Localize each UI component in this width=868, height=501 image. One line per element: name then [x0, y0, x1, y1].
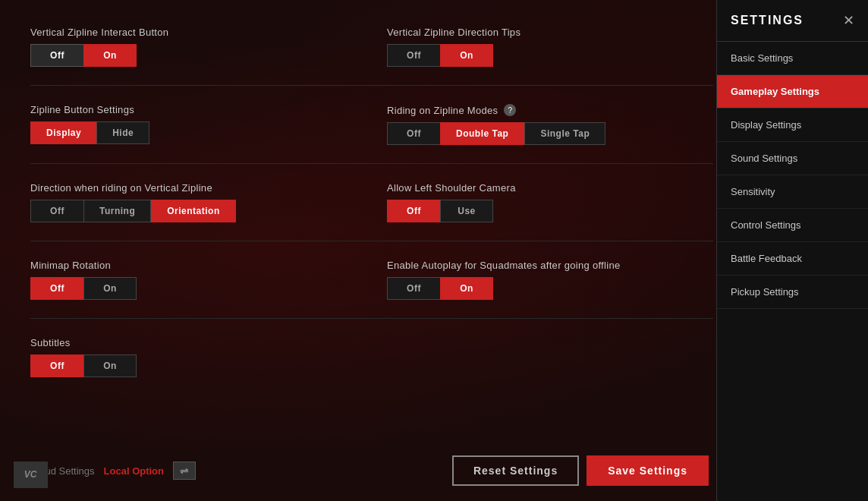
minimap-rotation-label: Minimap Rotation	[30, 260, 326, 271]
enable-autoplay-toggle: Off On	[387, 277, 683, 300]
sidebar-header: SETTINGS ✕	[717, 0, 868, 42]
enable-autoplay-off[interactable]: Off	[387, 277, 440, 300]
vertical-zipline-direction-off[interactable]: Off	[387, 44, 440, 67]
cloud-settings-area: Cloud Settings Local Option ⇌	[30, 462, 196, 480]
riding-zipline-help-icon[interactable]: ?	[504, 104, 516, 116]
vertical-zipline-interact-label: Vertical Zipline Interact Button	[30, 27, 326, 38]
subtitles-on[interactable]: On	[83, 354, 137, 377]
setting-subtitles: Subtitles Off On	[30, 337, 326, 377]
setting-enable-autoplay: Enable Autoplay for Squadmates after goi…	[387, 260, 683, 300]
vertical-zipline-direction-label: Vertical Zipline Direction Tips	[387, 27, 683, 38]
direction-vertical-off[interactable]: Off	[30, 200, 83, 222]
local-option-label[interactable]: Local Option	[104, 465, 164, 477]
vertical-zipline-direction-toggle: Off On	[387, 44, 683, 67]
enable-autoplay-on[interactable]: On	[440, 277, 493, 300]
direction-vertical-orientation[interactable]: Orientation	[151, 200, 236, 222]
direction-vertical-toggle: Off Turning Orientation	[30, 200, 326, 222]
sync-icon[interactable]: ⇌	[173, 462, 196, 480]
minimap-rotation-on[interactable]: On	[83, 277, 137, 300]
vertical-zipline-interact-off[interactable]: Off	[30, 44, 83, 67]
setting-vertical-zipline-interact: Vertical Zipline Interact Button Off On	[30, 27, 326, 67]
sidebar-title: SETTINGS	[731, 14, 804, 27]
save-settings-button[interactable]: Save Settings	[587, 455, 709, 486]
riding-zipline-off[interactable]: Off	[387, 122, 440, 145]
vertical-zipline-direction-on[interactable]: On	[440, 44, 493, 67]
logo-text: VC	[14, 462, 48, 488]
sidebar-item-pickup-settings[interactable]: Pickup Settings	[717, 276, 868, 309]
sidebar-item-sensitivity[interactable]: Sensitivity	[717, 175, 868, 209]
setting-zipline-button: Zipline Button Settings Display Hide	[30, 104, 326, 145]
sidebar-item-sound-settings[interactable]: Sound Settings	[717, 142, 868, 175]
zipline-button-display[interactable]: Display	[30, 121, 96, 144]
riding-zipline-label: Riding on Zipline Modes ?	[387, 104, 683, 116]
riding-zipline-toggle: Off Double Tap Single Tap	[387, 122, 683, 145]
sidebar: SETTINGS ✕ Basic Settings Gameplay Setti…	[716, 0, 868, 501]
setting-riding-zipline-modes: Riding on Zipline Modes ? Off Double Tap…	[387, 104, 683, 145]
sidebar-item-control-settings[interactable]: Control Settings	[717, 209, 868, 242]
zipline-button-hide[interactable]: Hide	[96, 121, 149, 144]
direction-vertical-turning[interactable]: Turning	[83, 200, 151, 222]
subtitles-toggle: Off On	[30, 354, 326, 377]
left-shoulder-off[interactable]: Off	[387, 200, 440, 222]
sidebar-item-battle-feedback[interactable]: Battle Feedback	[717, 242, 868, 276]
minimap-rotation-toggle: Off On	[30, 277, 326, 300]
setting-left-shoulder: Allow Left Shoulder Camera Off Use	[387, 182, 683, 222]
direction-vertical-label: Direction when riding on Vertical Ziplin…	[30, 182, 326, 194]
logo: VC	[11, 459, 49, 490]
setting-minimap-rotation: Minimap Rotation Off On	[30, 260, 326, 300]
left-shoulder-toggle: Off Use	[387, 200, 683, 222]
minimap-rotation-off[interactable]: Off	[30, 277, 83, 300]
setting-vertical-zipline-direction: Vertical Zipline Direction Tips Off On	[387, 27, 683, 67]
subtitles-label: Subtitles	[30, 337, 326, 348]
enable-autoplay-label: Enable Autoplay for Squadmates after goi…	[387, 260, 683, 271]
reset-settings-button[interactable]: Reset Settings	[452, 455, 579, 486]
zipline-button-toggle: Display Hide	[30, 121, 326, 144]
sidebar-item-basic-settings[interactable]: Basic Settings	[717, 42, 868, 75]
action-buttons: Reset Settings Save Settings	[452, 455, 709, 486]
sidebar-item-gameplay-settings[interactable]: Gameplay Settings	[717, 75, 868, 109]
setting-direction-vertical-zipline: Direction when riding on Vertical Ziplin…	[30, 182, 326, 222]
riding-zipline-single-tap[interactable]: Single Tap	[524, 122, 605, 145]
vertical-zipline-interact-on[interactable]: On	[83, 44, 137, 67]
close-button[interactable]: ✕	[843, 12, 854, 29]
left-shoulder-label: Allow Left Shoulder Camera	[387, 182, 683, 194]
bottom-bar: Cloud Settings Local Option ⇌ Reset Sett…	[30, 455, 709, 486]
vertical-zipline-interact-toggle: Off On	[30, 44, 326, 67]
subtitles-off[interactable]: Off	[30, 354, 83, 377]
zipline-button-label: Zipline Button Settings	[30, 104, 326, 115]
riding-zipline-double-tap[interactable]: Double Tap	[440, 122, 524, 145]
left-shoulder-use[interactable]: Use	[440, 200, 493, 222]
sidebar-item-display-settings[interactable]: Display Settings	[717, 109, 868, 142]
